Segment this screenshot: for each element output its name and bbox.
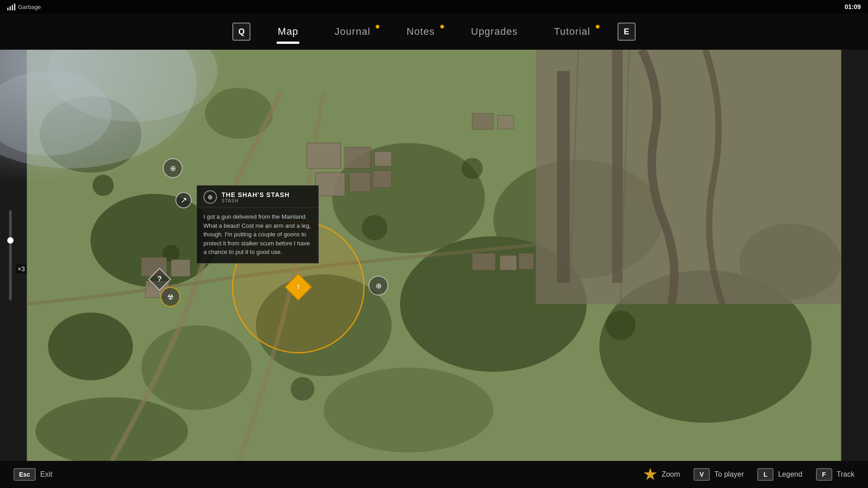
svg-point-8 xyxy=(48,313,133,380)
to-player-action[interactable]: V To player xyxy=(693,468,744,481)
svg-rect-37 xyxy=(472,113,493,130)
esc-key[interactable]: Esc xyxy=(14,468,36,481)
v-key[interactable]: V xyxy=(693,468,710,481)
nav-key-left[interactable]: Q xyxy=(232,23,250,41)
svg-rect-32 xyxy=(171,259,190,277)
marker-circle-1[interactable]: ⊕ xyxy=(163,158,183,178)
svg-rect-21 xyxy=(557,71,570,283)
nav-tab-upgrades[interactable]: Upgrades xyxy=(453,21,536,42)
to-player-label: To player xyxy=(714,470,744,479)
svg-rect-27 xyxy=(315,173,345,196)
popup-subtitle: STASH xyxy=(222,198,290,203)
app-name: Garbage xyxy=(18,4,41,10)
svg-point-16 xyxy=(362,215,387,240)
svg-point-12 xyxy=(324,368,493,453)
nav-tab-tutorial[interactable]: Tutorial xyxy=(536,21,609,42)
track-action[interactable]: F Track xyxy=(816,468,854,481)
exit-action[interactable]: Esc Exit xyxy=(14,468,52,481)
nav-key-right[interactable]: E xyxy=(618,23,636,41)
svg-rect-25 xyxy=(307,143,341,168)
svg-rect-30 xyxy=(373,170,392,188)
map-marker-1[interactable]: ⊕ xyxy=(163,158,183,178)
marker-circle-4[interactable]: ⊕ xyxy=(368,276,388,296)
map-background: ! xyxy=(0,50,868,461)
svg-point-19 xyxy=(291,377,315,401)
bottom-bar: Esc Exit Zoom V To player L Legend F Tra… xyxy=(0,461,868,488)
popup-title-area: THE SHAH'S STASH STASH xyxy=(222,191,290,203)
zoom-icon xyxy=(643,468,657,481)
svg-rect-38 xyxy=(498,115,514,129)
nav-tab-map[interactable]: Map xyxy=(259,21,316,42)
active-marker-arrow[interactable]: ↗ xyxy=(175,192,192,208)
exit-label: Exit xyxy=(40,470,52,479)
legend-label: Legend xyxy=(778,470,802,479)
svg-rect-29 xyxy=(375,151,392,166)
svg-rect-35 xyxy=(500,255,517,270)
bottom-right-actions: Zoom V To player L Legend F Track xyxy=(643,468,854,481)
svg-rect-22 xyxy=(612,50,623,283)
time-display: 01:09 xyxy=(844,3,861,10)
svg-rect-34 xyxy=(472,253,495,270)
nav-tab-journal[interactable]: Journal xyxy=(316,21,388,42)
marker-circle-radiation[interactable]: ☢ xyxy=(160,287,180,307)
map-container[interactable]: ! ×3 ⊕ ↗ ⊕ THE SHAH'S STASH STASH I got … xyxy=(0,50,868,461)
svg-rect-28 xyxy=(349,173,370,192)
popup-icon: ⊕ xyxy=(203,190,217,204)
zoom-slider-handle[interactable] xyxy=(7,237,14,244)
svg-rect-26 xyxy=(345,147,370,169)
f-key[interactable]: F xyxy=(816,468,832,481)
svg-point-18 xyxy=(606,310,636,340)
l-key[interactable]: L xyxy=(757,468,774,481)
map-marker-radiation[interactable]: ☢ xyxy=(160,287,180,307)
map-marker-question[interactable]: ? xyxy=(151,271,168,287)
svg-rect-20 xyxy=(536,50,841,304)
nav-tab-notes[interactable]: Notes xyxy=(388,21,453,42)
top-bar: Garbage 01:09 xyxy=(0,0,868,14)
map-marker-4[interactable]: ⊕ xyxy=(368,276,388,296)
legend-action[interactable]: L Legend xyxy=(757,468,802,481)
svg-point-14 xyxy=(93,175,114,196)
signal-icon xyxy=(7,4,15,10)
svg-rect-36 xyxy=(519,253,534,269)
zoom-level-label: ×3 xyxy=(16,264,27,273)
zoom-action[interactable]: Zoom xyxy=(643,468,680,481)
track-label: Track xyxy=(837,470,854,479)
zoom-label-text: Zoom xyxy=(661,470,680,479)
zoom-slider[interactable] xyxy=(9,210,12,300)
popup-title: THE SHAH'S STASH xyxy=(222,191,290,198)
popup-tooltip: ⊕ THE SHAH'S STASH STASH I got a gun del… xyxy=(197,185,319,263)
popup-body: I got a gun delivered from the Mainland.… xyxy=(197,208,318,263)
app-info: Garbage xyxy=(7,4,41,10)
nav-bar: Q Map Journal Notes Upgrades Tutorial E xyxy=(0,14,868,50)
popup-header: ⊕ THE SHAH'S STASH STASH xyxy=(197,186,318,208)
svg-point-17 xyxy=(462,158,483,179)
svg-text:!: ! xyxy=(297,283,299,291)
